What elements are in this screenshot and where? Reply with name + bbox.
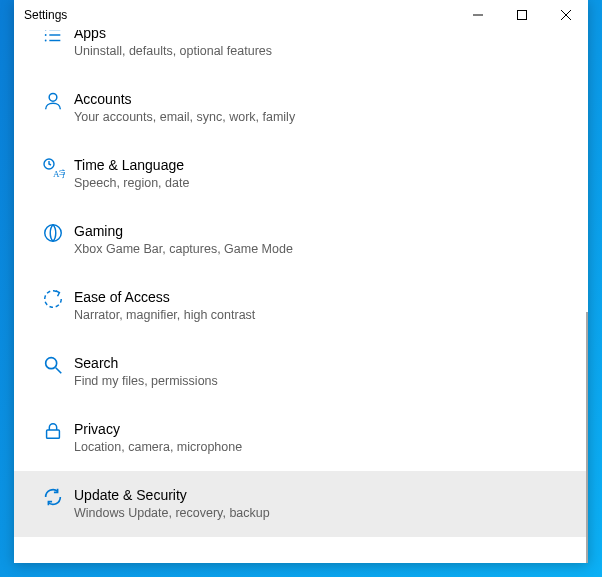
item-label: Search [74,354,574,372]
apps-icon [36,30,70,46]
ease-of-access-icon [36,288,70,310]
close-button[interactable] [544,0,588,30]
settings-item-gaming[interactable]: Gaming Xbox Game Bar, captures, Game Mod… [14,207,588,273]
settings-item-apps[interactable]: Apps Uninstall, defaults, optional featu… [14,30,588,75]
update-security-icon [36,486,70,508]
item-desc: Uninstall, defaults, optional features [74,43,574,60]
item-label: Privacy [74,420,574,438]
settings-item-privacy[interactable]: Privacy Location, camera, microphone [14,405,588,471]
svg-rect-16 [47,430,60,438]
settings-item-ease-of-access[interactable]: Ease of Access Narrator, magnifier, high… [14,273,588,339]
svg-text:A字: A字 [53,169,65,179]
svg-rect-1 [518,11,527,20]
search-icon [36,354,70,376]
privacy-icon [36,420,70,442]
item-label: Ease of Access [74,288,574,306]
gaming-icon [36,222,70,244]
minimize-button[interactable] [456,0,500,30]
settings-item-time-language[interactable]: A字 Time & Language Speech, region, date [14,141,588,207]
settings-list: Apps Uninstall, defaults, optional featu… [14,30,588,563]
maximize-button[interactable] [500,0,544,30]
time-language-icon: A字 [36,156,70,180]
item-label: Gaming [74,222,574,240]
item-desc: Narrator, magnifier, high contrast [74,307,574,324]
item-desc: Your accounts, email, sync, work, family [74,109,574,126]
svg-point-14 [46,358,57,369]
window-title: Settings [24,8,67,22]
item-desc: Xbox Game Bar, captures, Game Mode [74,241,574,258]
settings-item-search[interactable]: Search Find my files, permissions [14,339,588,405]
accounts-icon [36,90,70,112]
svg-line-15 [56,368,62,374]
item-label: Accounts [74,90,574,108]
scrollbar[interactable] [586,312,588,563]
settings-item-update-security[interactable]: Update & Security Windows Update, recove… [14,471,588,537]
item-desc: Location, camera, microphone [74,439,574,456]
svg-point-6 [45,34,47,36]
settings-window: Settings [14,0,588,563]
svg-point-13 [45,225,62,242]
item-desc: Speech, region, date [74,175,574,192]
item-desc: Windows Update, recovery, backup [74,505,574,522]
titlebar: Settings [14,0,588,30]
item-label: Apps [74,30,574,42]
svg-point-8 [45,40,47,42]
svg-point-10 [49,93,57,101]
settings-item-accounts[interactable]: Accounts Your accounts, email, sync, wor… [14,75,588,141]
item-label: Update & Security [74,486,574,504]
item-label: Time & Language [74,156,574,174]
item-desc: Find my files, permissions [74,373,574,390]
